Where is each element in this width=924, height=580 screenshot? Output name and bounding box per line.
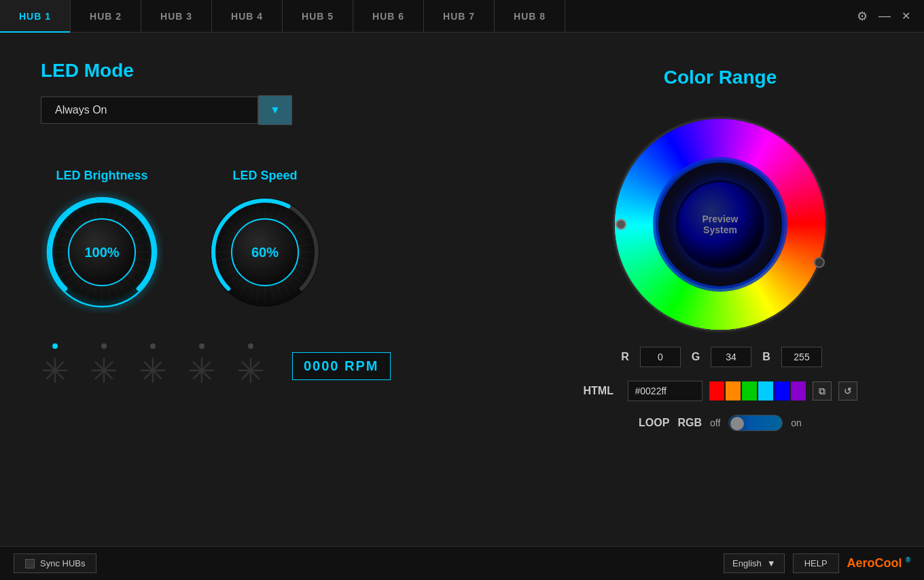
rgb-row: R G B — [557, 347, 883, 367]
fans-row: ✳ ✳ ✳ ✳ ✳ 0000 RPM — [41, 343, 557, 388]
led-mode-title: LED Mode — [41, 60, 557, 82]
loop-label: LOOP — [639, 417, 669, 429]
r-input[interactable] — [640, 347, 681, 367]
b-input[interactable] — [781, 347, 822, 367]
tab-hub3[interactable]: HUB 3 — [141, 0, 212, 33]
fan-5: ✳ — [236, 343, 265, 388]
brightness-value: 100% — [68, 218, 136, 286]
loop-on-label: on — [791, 417, 802, 428]
speed-knob[interactable]: 60% — [204, 191, 326, 313]
tab-hub7[interactable]: HUB 7 — [424, 0, 495, 33]
tab-hub6[interactable]: HUB 6 — [353, 0, 424, 33]
language-select[interactable]: English ▼ — [724, 553, 785, 573]
fan-icon-1: ✳ — [41, 354, 69, 388]
html-row: HTML ⧉ ↺ — [557, 381, 883, 401]
reset-button[interactable]: ↺ — [838, 381, 857, 400]
help-button[interactable]: HELP — [793, 553, 839, 573]
swatch-orange[interactable] — [726, 381, 741, 400]
led-mode-dropdown-wrapper: Always On ▼ — [41, 95, 557, 125]
g-label: G — [689, 351, 703, 363]
right-panel: Color Range PreviewSystem R G B HTML — [557, 60, 883, 532]
copy-button[interactable]: ⧉ — [813, 381, 832, 400]
fan-icon-5: ✳ — [236, 354, 265, 388]
sync-button[interactable]: Sync HUBs — [14, 553, 96, 573]
fan-2: ✳ — [90, 343, 118, 388]
led-mode-select[interactable]: Always On — [41, 97, 258, 124]
swatch-green[interactable] — [742, 381, 757, 400]
bottom-right: English ▼ HELP AeroCool ® — [724, 553, 910, 573]
r-label: R — [618, 351, 632, 363]
html-label: HTML — [584, 385, 621, 397]
g-input[interactable] — [711, 347, 751, 367]
main-content: LED Mode Always On ▼ LED Brightness 100% — [0, 33, 924, 546]
fan-dot-4 — [199, 343, 205, 349]
speed-knob-container: LED Speed 60% — [204, 169, 326, 313]
loop-toggle[interactable] — [728, 415, 783, 431]
swatch-blue[interactable] — [775, 381, 789, 400]
fan-dot-5 — [248, 343, 253, 349]
color-swatches — [709, 381, 806, 400]
fan-1: ✳ — [41, 343, 69, 388]
speed-value: 60% — [231, 218, 299, 286]
brightness-label: LED Brightness — [56, 169, 147, 183]
rgb-mode-label: RGB — [677, 417, 702, 429]
speed-label: LED Speed — [232, 169, 297, 183]
left-panel: LED Mode Always On ▼ LED Brightness 100% — [41, 60, 557, 532]
brightness-knob[interactable]: 100% — [41, 191, 163, 313]
html-input[interactable] — [628, 381, 703, 401]
fan-dot-1 — [52, 343, 58, 349]
tab-hub5[interactable]: HUB 5 — [283, 0, 353, 33]
close-icon[interactable]: ✕ — [902, 10, 910, 22]
loop-row: LOOP RGB off on — [557, 415, 883, 431]
tab-hub4[interactable]: HUB 4 — [212, 0, 283, 33]
swatch-purple[interactable] — [791, 381, 806, 400]
fan-dot-2 — [101, 343, 107, 349]
sync-checkbox[interactable] — [25, 559, 35, 568]
tab-hub8[interactable]: HUB 8 — [495, 0, 565, 33]
knobs-row: LED Brightness 100% LED Speed 60% — [41, 169, 557, 313]
bottombar: Sync HUBs English ▼ HELP AeroCool ® — [0, 546, 924, 580]
loop-off-label: off — [710, 417, 720, 428]
fan-icon-4: ✳ — [188, 354, 216, 388]
fan-icon-3: ✳ — [139, 354, 167, 388]
swatch-cyan[interactable] — [758, 381, 773, 400]
preview-system-button[interactable]: PreviewSystem — [676, 180, 764, 269]
swatch-red[interactable] — [709, 381, 724, 400]
fan-4: ✳ — [188, 343, 216, 388]
tab-hub1[interactable]: HUB 1 — [0, 0, 71, 33]
settings-icon[interactable]: ⚙ — [857, 9, 868, 24]
b-label: B — [760, 351, 773, 363]
aerocool-logo: AeroCool ® — [847, 556, 910, 570]
led-mode-dropdown-arrow[interactable]: ▼ — [258, 95, 292, 125]
fan-icon-2: ✳ — [90, 354, 118, 388]
fan-dot-3 — [150, 343, 156, 349]
minimize-icon[interactable]: — — [878, 9, 891, 23]
toggle-thumb — [730, 417, 744, 430]
titlebar: HUB 1 HUB 2 HUB 3 HUB 4 HUB 5 HUB 6 HUB … — [0, 0, 924, 33]
rpm-display: 0000 RPM — [292, 352, 391, 380]
window-controls: ⚙ — ✕ — [857, 9, 924, 24]
color-handle-left[interactable] — [616, 219, 626, 230]
fan-3: ✳ — [139, 343, 167, 388]
color-range-title: Color Range — [664, 67, 777, 88]
color-handle-right[interactable] — [814, 257, 825, 268]
color-wheel-wrapper[interactable]: PreviewSystem — [611, 116, 829, 333]
brightness-knob-container: LED Brightness 100% — [41, 169, 163, 313]
tab-hub2[interactable]: HUB 2 — [71, 0, 141, 33]
